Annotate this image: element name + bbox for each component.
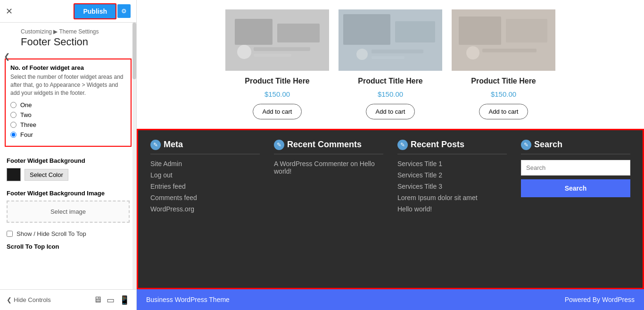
- recent-comments-widget: ✎ Recent Comments A WordPress Commenter …: [269, 140, 388, 278]
- recent-posts-icon-glyph: ✎: [400, 142, 405, 148]
- breadcrumb-text: Customizing ▶ Theme Settings: [21, 28, 99, 35]
- footer-bg-title: Footer Widget Background: [7, 157, 130, 164]
- radio-two[interactable]: Two: [10, 111, 126, 118]
- search-widget-title: Search: [534, 140, 562, 150]
- svg-rect-14: [506, 19, 547, 42]
- mobile-icon-button[interactable]: 📱: [119, 295, 130, 305]
- radio-label-three: Three: [20, 121, 36, 128]
- recent-post-2[interactable]: Services Title 3: [397, 183, 507, 190]
- meta-divider: [150, 154, 260, 154]
- product-title-1: Product Title Here: [225, 76, 329, 86]
- search-widget-icon: ✎: [521, 140, 531, 150]
- product-price-3: $150.00: [452, 90, 555, 98]
- hide-controls-icon: ❮: [7, 296, 12, 303]
- product-card-1: Product Title Here $150.00 Add to cart: [225, 9, 329, 119]
- svg-rect-5: [254, 54, 291, 57]
- top-bar: ✕ Publish ⚙: [0, 0, 136, 23]
- svg-rect-13: [459, 17, 501, 45]
- add-to-cart-button-1[interactable]: Add to cart: [253, 104, 302, 119]
- add-to-cart-button-2[interactable]: Add to cart: [366, 104, 415, 119]
- scroll-top-label: Show / Hide Scroll To Top: [17, 230, 86, 237]
- recent-post-4[interactable]: Hello world!: [397, 205, 507, 213]
- radio-input-four[interactable]: [10, 132, 17, 138]
- gear-button[interactable]: ⚙: [117, 4, 131, 18]
- color-select-row: Select Color: [7, 168, 130, 181]
- radio-label-four: Four: [20, 131, 33, 138]
- search-input[interactable]: [521, 160, 630, 176]
- select-color-button[interactable]: Select Color: [25, 169, 68, 181]
- meta-link-2[interactable]: Entries feed: [150, 183, 260, 190]
- recent-posts-icon: ✎: [397, 140, 408, 150]
- product-image-2: [339, 9, 442, 71]
- back-button[interactable]: ❮: [4, 52, 10, 61]
- search-title-row: ✎ Search: [521, 140, 630, 150]
- meta-link-4[interactable]: WordPress.org: [150, 205, 260, 213]
- scroll-top-icon-section: Scroll To Top Icon: [0, 241, 136, 254]
- product-price-1: $150.00: [225, 90, 329, 98]
- meta-link-0[interactable]: Site Admin: [150, 160, 260, 168]
- recent-comments-title-row: ✎ Recent Comments: [274, 140, 383, 150]
- meta-title: Meta: [164, 140, 183, 150]
- product-image-1: [225, 9, 329, 71]
- scroll-top-section: Show / Hide Scroll To Top: [0, 226, 136, 241]
- hide-controls-button[interactable]: ❮ Hide Controls: [7, 296, 51, 303]
- device-icons: 🖥 ▭ 📱: [93, 295, 130, 305]
- svg-rect-17: [482, 55, 518, 58]
- search-submit-button[interactable]: Search: [521, 179, 630, 197]
- publish-area: Publish ⚙: [74, 3, 131, 19]
- recent-comments-divider: [274, 154, 383, 154]
- desktop-icon-button[interactable]: 🖥: [93, 295, 102, 305]
- svg-rect-1: [235, 19, 272, 45]
- recent-post-0[interactable]: Services Title 1: [397, 160, 507, 168]
- radio-input-one[interactable]: [10, 102, 17, 108]
- left-panel: ✕ Publish ⚙ ❮ Customizing ▶ Theme Settin…: [0, 0, 137, 310]
- meta-icon: ✎: [150, 140, 161, 150]
- publish-button[interactable]: Publish: [74, 3, 116, 19]
- recent-comments-icon-glyph: ✎: [277, 142, 281, 148]
- tablet-icon-button[interactable]: ▭: [107, 295, 115, 305]
- select-image-button[interactable]: Select image: [7, 201, 130, 223]
- scroll-top-checkbox[interactable]: [7, 231, 13, 237]
- meta-title-row: ✎ Meta: [150, 140, 260, 150]
- radio-input-three[interactable]: [10, 122, 17, 128]
- recent-posts-title-row: ✎ Recent Posts: [397, 140, 507, 150]
- recent-post-3[interactable]: Lorem Ipsum dolor sit amet: [397, 194, 507, 201]
- products-section: Product Title Here $150.00 Add to cart P…: [137, 0, 644, 129]
- product-title-3: Product Title Here: [452, 76, 555, 86]
- footer-widget-area-description: Select the number of footer widget areas…: [10, 73, 126, 97]
- meta-link-3[interactable]: Comments feed: [150, 194, 260, 201]
- recent-comment-0[interactable]: A WordPress Commenter on Hello world!: [274, 160, 383, 175]
- product-title-2: Product Title Here: [339, 76, 442, 86]
- product-card-3: Product Title Here $150.00 Add to cart: [452, 9, 555, 119]
- footer-bg-image-section: Footer Widget Background Image Select im…: [0, 186, 136, 226]
- left-scrollbar[interactable]: [132, 23, 136, 289]
- section-title: Footer Section: [14, 35, 136, 53]
- svg-rect-7: [343, 14, 390, 45]
- radio-input-two[interactable]: [10, 112, 17, 118]
- svg-rect-10: [372, 50, 423, 53]
- radio-four[interactable]: Four: [10, 131, 126, 138]
- recent-post-1[interactable]: Services Title 2: [397, 171, 507, 179]
- breadcrumb: Customizing ▶ Theme Settings: [14, 23, 136, 35]
- add-to-cart-button-3[interactable]: Add to cart: [479, 104, 528, 119]
- footer-widget-area-title: No. of Footer widget area: [10, 64, 126, 71]
- search-icon-glyph: ✎: [524, 142, 528, 148]
- meta-link-1[interactable]: Log out: [150, 171, 260, 179]
- left-scrollbar-thumb: [132, 23, 136, 79]
- meta-icon-glyph: ✎: [153, 142, 158, 148]
- radio-label-one: One: [20, 101, 32, 109]
- close-button[interactable]: ✕: [6, 6, 13, 17]
- footer-right-text: Powered By WordPress: [565, 296, 635, 303]
- radio-three[interactable]: Three: [10, 121, 126, 128]
- site-footer-bar: Business WordPress Theme Powered By Word…: [137, 289, 644, 310]
- footer-widget-area-box: No. of Footer widget area Select the num…: [5, 59, 132, 147]
- svg-rect-16: [482, 49, 537, 52]
- bottom-bar: ❮ Hide Controls 🖥 ▭ 📱: [0, 289, 136, 310]
- search-widget: ✎ Search Search: [516, 140, 635, 278]
- scroll-top-icon-title: Scroll To Top Icon: [7, 243, 130, 250]
- recent-comments-title: Recent Comments: [287, 140, 362, 150]
- color-swatch[interactable]: [7, 168, 21, 181]
- meta-widget: ✎ Meta Site Admin Log out Entries feed C…: [146, 140, 264, 278]
- svg-rect-2: [277, 24, 320, 42]
- radio-one[interactable]: One: [10, 101, 126, 109]
